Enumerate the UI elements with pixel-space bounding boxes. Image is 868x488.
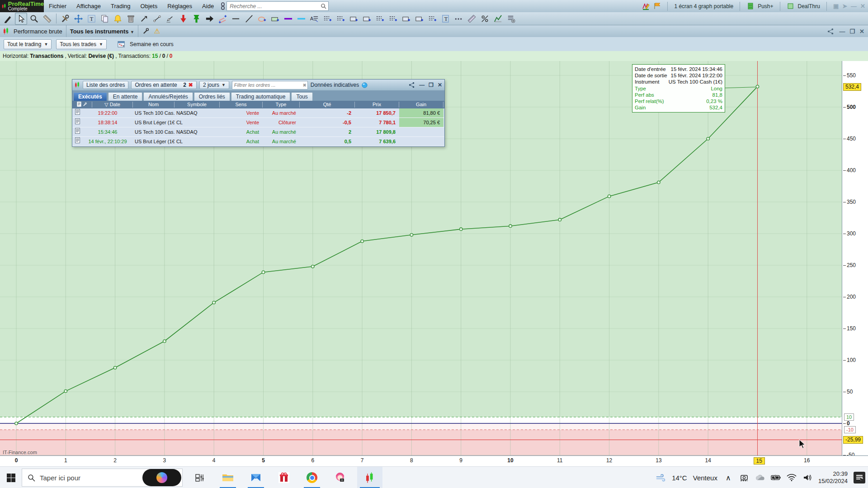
orders-title-bar[interactable]: Liste des ordres Ordres en attente 2✖ 2 … bbox=[72, 80, 444, 90]
gift-app-button[interactable] bbox=[273, 467, 295, 488]
search-icon[interactable] bbox=[321, 3, 326, 9]
menu-trading[interactable]: Trading bbox=[106, 0, 136, 12]
column-header-type[interactable]: Type bbox=[263, 102, 300, 108]
order-row[interactable]: 18:38:14US Brut Léger (1€)CLVenteClôture… bbox=[72, 118, 444, 127]
rectangle-icon[interactable] bbox=[269, 13, 281, 25]
minimize-icon[interactable]: — bbox=[851, 3, 857, 9]
order-row[interactable]: 14 févr., 22:10:29US Brut Léger (1€)CLAc… bbox=[72, 137, 444, 146]
chevron-up-icon[interactable]: ∧ bbox=[723, 473, 733, 483]
arrow-up-right-icon[interactable] bbox=[138, 13, 150, 25]
dash-blue-1-icon[interactable] bbox=[374, 13, 386, 25]
file-explorer-button[interactable] bbox=[217, 467, 239, 488]
battery-icon[interactable] bbox=[771, 473, 781, 483]
start-button[interactable] bbox=[0, 467, 22, 488]
orders-tab-tous[interactable]: Tous bbox=[291, 92, 312, 101]
speaker-icon[interactable] bbox=[802, 473, 812, 483]
screen-cast-icon[interactable] bbox=[739, 473, 749, 483]
maximize-icon[interactable]: ❒ bbox=[849, 28, 855, 35]
order-row[interactable]: 15:34:46US Tech 100 Cas...NASDAQAchatAu … bbox=[72, 127, 444, 137]
task-view-button[interactable] bbox=[189, 467, 211, 488]
screen-layout-label[interactable]: 1 écran 4 graph portable bbox=[674, 3, 733, 9]
rect-blue-3-icon[interactable] bbox=[400, 13, 412, 25]
zigzag-filled-icon[interactable] bbox=[492, 13, 504, 25]
wifi-icon[interactable] bbox=[787, 473, 797, 483]
clock[interactable]: 20:39 15/02/2024 bbox=[818, 470, 848, 485]
column-header-gain[interactable]: Gain bbox=[399, 102, 443, 108]
orders-filter-input[interactable] bbox=[232, 81, 308, 89]
mail-button[interactable] bbox=[245, 467, 267, 488]
text-icon[interactable]: T bbox=[85, 13, 98, 25]
arrow-up-green-icon[interactable] bbox=[190, 13, 203, 25]
menu-objets[interactable]: Objets bbox=[136, 0, 163, 12]
dots-icon[interactable] bbox=[453, 13, 465, 25]
close-icon[interactable]: ✕ bbox=[438, 82, 442, 88]
wrench-icon[interactable] bbox=[142, 28, 150, 35]
flag-icon[interactable] bbox=[653, 2, 661, 10]
orders-tab-ordres-li-s[interactable]: Ordres liés bbox=[194, 92, 230, 101]
line-cyan-icon[interactable] bbox=[295, 13, 307, 25]
x-axis[interactable]: 012345678910111213141516 bbox=[0, 455, 868, 467]
magnifier-icon[interactable] bbox=[28, 13, 40, 25]
orders-table-header[interactable]: ▽ DateNomSymboleSensTypeQtéPrixGain bbox=[72, 101, 444, 108]
minimize-icon[interactable]: — bbox=[839, 28, 845, 35]
pattern-dashed-1-icon[interactable] bbox=[321, 13, 334, 25]
copilot-button[interactable] bbox=[142, 469, 181, 486]
channel-red-icon[interactable] bbox=[217, 13, 229, 25]
pending-orders-tab[interactable]: Ordres en attente 2✖ bbox=[131, 81, 196, 89]
menu-aide[interactable]: Aide bbox=[197, 0, 219, 12]
dealthru-icon[interactable] bbox=[787, 2, 794, 10]
trading-scope-dropdown[interactable]: Tout le trading▼ bbox=[4, 39, 52, 49]
share-icon[interactable] bbox=[409, 82, 415, 88]
ray-icon[interactable] bbox=[164, 13, 176, 25]
edit-chart-icon[interactable] bbox=[642, 2, 650, 10]
prorealtime-button[interactable] bbox=[357, 467, 382, 488]
ruler-diagonal-icon[interactable] bbox=[466, 13, 478, 25]
column-header-prix[interactable]: Prix bbox=[355, 102, 399, 108]
dash-blue-3-icon[interactable] bbox=[426, 13, 439, 25]
column-header-nom[interactable]: Nom bbox=[133, 102, 175, 108]
weather-wind-icon[interactable] bbox=[656, 473, 666, 483]
row-document-icon[interactable] bbox=[72, 108, 82, 117]
menu-réglages[interactable]: Réglages bbox=[162, 0, 197, 12]
chrome-button[interactable] bbox=[301, 467, 323, 488]
menu-fichier[interactable]: Fichier bbox=[44, 0, 71, 12]
push-label[interactable]: Push+ bbox=[758, 3, 773, 9]
share-icon[interactable] bbox=[827, 28, 835, 35]
maximize-icon[interactable]: ❒ bbox=[429, 82, 434, 88]
orders-tab-en-attente[interactable]: En attente bbox=[108, 92, 143, 101]
window-settings-icon[interactable]: ▣ bbox=[833, 3, 839, 9]
taskbar-search[interactable]: Taper ici pour bbox=[22, 469, 183, 487]
segment-icon[interactable] bbox=[151, 13, 163, 25]
orders-tab-ex-cut-s[interactable]: Exécutés bbox=[73, 92, 107, 101]
header-tools-cell[interactable] bbox=[72, 102, 92, 108]
search-input[interactable] bbox=[226, 1, 329, 11]
y-axis[interactable]: 550500450400350300250200150100500-50532,… bbox=[842, 61, 868, 455]
cursor-icon[interactable] bbox=[15, 13, 27, 25]
bell-icon[interactable] bbox=[112, 13, 124, 25]
arrow-down-red-icon[interactable] bbox=[177, 13, 189, 25]
instruments-dropdown[interactable]: Tous les instruments ▼ bbox=[66, 28, 138, 35]
avatar-app-button[interactable] bbox=[329, 467, 351, 488]
dash-blue-2-icon[interactable] bbox=[387, 13, 399, 25]
row-document-icon[interactable] bbox=[72, 127, 82, 136]
weather-desc[interactable]: Venteux bbox=[693, 474, 717, 482]
link-icon[interactable] bbox=[219, 2, 226, 10]
trades-scope-dropdown[interactable]: Tous les trades▼ bbox=[56, 39, 107, 49]
period-dropdown[interactable]: 2 jours▼ bbox=[199, 81, 229, 89]
clear-filter-icon[interactable]: ✖ bbox=[302, 83, 306, 88]
ellipse-icon[interactable] bbox=[256, 13, 268, 25]
minimize-icon[interactable]: — bbox=[419, 82, 425, 88]
line-violet-icon[interactable] bbox=[282, 13, 294, 25]
pin-icon[interactable]: ➤ bbox=[842, 3, 847, 9]
percent-lines-icon[interactable] bbox=[479, 13, 491, 25]
text-boxed-icon[interactable]: T bbox=[439, 13, 452, 25]
push-icon[interactable] bbox=[746, 2, 754, 10]
trash-icon[interactable] bbox=[125, 13, 137, 25]
orders-tab-annul-s-rejet-s[interactable]: Annulés/Rejetés bbox=[143, 92, 193, 101]
pattern-dashed-2-icon[interactable] bbox=[335, 13, 347, 25]
orders-list-tab[interactable]: Liste des ordres bbox=[83, 81, 128, 89]
column-header-sens[interactable]: Sens bbox=[220, 102, 263, 108]
order-row[interactable]: 19:22:00US Tech 100 Cas...NASDAQVenteAu … bbox=[72, 108, 444, 118]
chart-title[interactable]: Performance brute bbox=[10, 28, 66, 35]
grid-gear-icon[interactable] bbox=[505, 13, 517, 25]
